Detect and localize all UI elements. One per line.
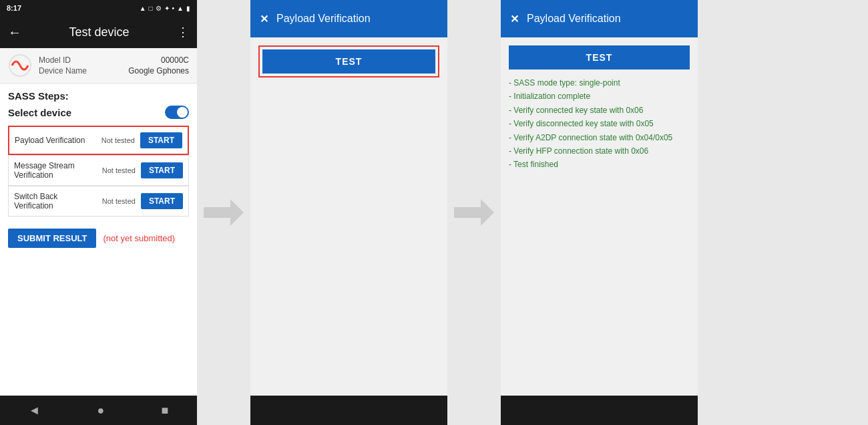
result-text: - SASS mode type: single-point - Initial…	[509, 76, 690, 172]
submit-result-button[interactable]: SUBMIT RESULT	[8, 229, 96, 248]
status-icons: ▲ □ ⚙ ✦ • ▲ ▮	[140, 5, 190, 12]
step-status-payload: Not tested	[101, 136, 135, 144]
sass-steps-title: SASS Steps:	[8, 90, 189, 102]
model-id-row: Model ID 00000C	[39, 55, 189, 65]
sass-logo-icon	[8, 53, 32, 78]
dialog-screen-2: ✕ Payload Verification TEST - SASS mode …	[501, 0, 698, 425]
device-fields: Model ID 00000C Device Name Google Gphon…	[39, 55, 189, 76]
step-name-message: Message Stream Verification	[14, 161, 97, 180]
dialog-title-1: Payload Verification	[276, 13, 371, 25]
result-line-3: - Verify connected key state with 0x06	[509, 104, 690, 117]
test-button-1[interactable]: TEST	[262, 49, 435, 74]
step-name-switch: Switch Back Verification	[14, 192, 97, 210]
home-nav-icon[interactable]: ●	[97, 404, 105, 418]
dialog-nav-bar-1	[250, 396, 447, 425]
dialog-content-1: TEST	[250, 37, 447, 396]
result-line-7: - Test finished	[509, 158, 690, 171]
step-status-switch: Not tested	[102, 197, 136, 205]
status-bar: 8:17 ▲ □ ⚙ ✦ • ▲ ▮	[0, 0, 197, 16]
arrow-right-icon-1	[204, 199, 244, 226]
device-name-label: Device Name	[39, 66, 87, 76]
dialog-header-1: ✕ Payload Verification	[250, 0, 447, 37]
result-line-2: - Initialization complete	[509, 90, 690, 103]
select-device-row: Select device	[8, 106, 189, 119]
dot-icon: •	[172, 5, 175, 12]
wifi-signal-icon: ▲	[177, 5, 184, 12]
wifi-icon: ▲	[140, 5, 146, 12]
device-name-row: Device Name Google Gphones	[39, 65, 189, 76]
result-line-1: - SASS mode type: single-point	[509, 76, 690, 90]
device-name-value: Google Gphones	[128, 66, 189, 76]
arrow-2	[447, 0, 501, 425]
sass-steps-section: SASS Steps: Select device Payload Verifi…	[0, 84, 197, 219]
result-line-6: - Verify HFP connection state with 0x06	[509, 144, 690, 158]
submit-section: SUBMIT RESULT (not yet submitted)	[0, 219, 197, 257]
status-time: 8:17	[7, 4, 21, 12]
test-button-wrapper-2: TEST	[509, 45, 690, 69]
dialog-content-2: TEST - SASS mode type: single-point - In…	[501, 37, 698, 396]
dialog-close-button-2[interactable]: ✕	[510, 13, 519, 25]
back-nav-icon[interactable]: ◄	[29, 404, 41, 418]
page-title: Test device	[69, 25, 129, 39]
dialog-header-2: ✕ Payload Verification	[501, 0, 698, 37]
arrow-right-icon-2	[454, 199, 494, 226]
model-id-label: Model ID	[39, 55, 71, 65]
step-name-payload: Payload Verification	[15, 136, 96, 145]
star-icon: ✦	[164, 5, 170, 12]
step-status-message: Not tested	[102, 166, 136, 174]
test-button-wrapper-1: TEST	[258, 45, 439, 78]
back-button[interactable]: ←	[8, 25, 21, 40]
settings-icon: ⚙	[156, 5, 162, 12]
select-device-label: Select device	[8, 107, 71, 118]
result-line-5: - Verify A2DP connection state with 0x04…	[509, 131, 690, 144]
step-row-message: Message Stream Verification Not tested S…	[8, 155, 189, 186]
steps-list: Payload Verification Not tested START Me…	[8, 126, 189, 217]
step-row-payload: Payload Verification Not tested START	[8, 126, 189, 155]
top-bar: ← Test device ⋮	[0, 16, 197, 48]
dialog-close-button-1[interactable]: ✕	[260, 13, 268, 25]
device-info: Model ID 00000C Device Name Google Gphon…	[0, 48, 197, 84]
phone-screen: 8:17 ▲ □ ⚙ ✦ • ▲ ▮ ← Test device ⋮ Model…	[0, 0, 197, 425]
nav-bar: ◄ ● ■	[0, 396, 197, 425]
start-button-message[interactable]: START	[141, 162, 183, 178]
result-line-4: - Verify disconnected key state with 0x0…	[509, 117, 690, 130]
dialog-nav-bar-2	[501, 396, 698, 425]
model-id-value: 00000C	[161, 55, 189, 65]
submit-status: (not yet submitted)	[103, 233, 175, 243]
battery-icon: ▮	[186, 5, 190, 12]
message-icon: □	[149, 5, 153, 12]
select-device-toggle[interactable]	[165, 106, 189, 119]
test-button-2[interactable]: TEST	[509, 45, 690, 69]
dialog-screen-1: ✕ Payload Verification TEST	[250, 0, 447, 425]
start-button-payload[interactable]: START	[140, 132, 182, 148]
toggle-knob	[177, 107, 188, 118]
start-button-switch[interactable]: START	[141, 193, 183, 209]
dialog-title-2: Payload Verification	[527, 13, 621, 25]
step-row-switch: Switch Back Verification Not tested STAR…	[8, 186, 189, 217]
menu-button[interactable]: ⋮	[177, 25, 189, 39]
arrow-1	[197, 0, 250, 425]
recent-nav-icon[interactable]: ■	[162, 404, 169, 418]
